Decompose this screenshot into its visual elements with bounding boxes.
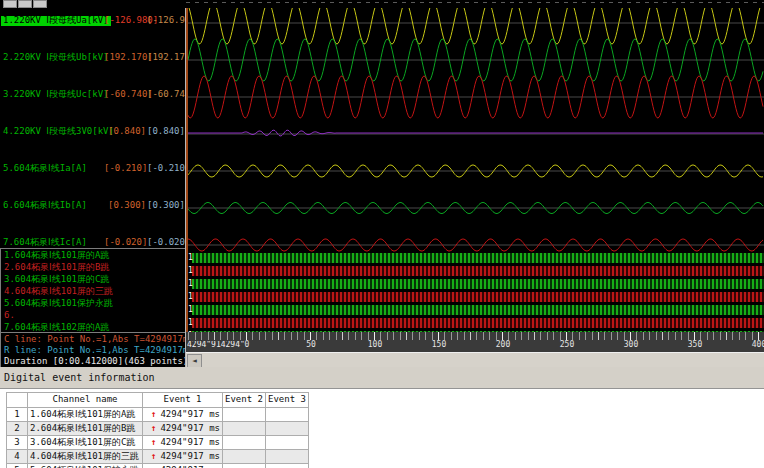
rising-edge-arrow-icon: ↑ [151, 409, 156, 419]
analog-channel-row[interactable]: 6.604柘泉Ⅰ线Ib[A][0.300][0.300] [0, 201, 185, 214]
digital-channel-row[interactable]: 4.604柘泉Ⅰ线101屏的三跳 [1, 286, 183, 298]
waveform-area[interactable]: 1111111 [186, 8, 764, 332]
event-channel-name: 5.604柘泉Ⅰ线101保护永跳 [28, 464, 143, 468]
rising-edge-arrow-icon: ↑ [151, 465, 156, 468]
digital-channel-label[interactable]: 5.604柘泉Ⅰ线101保护永跳 [4, 299, 113, 309]
section-bar: Digital event information [0, 367, 764, 388]
digital-channel-label[interactable]: 1.604柘泉Ⅰ线101屏的A跳 [4, 251, 109, 261]
waveform-trace [188, 130, 763, 136]
r-cursor-value: [-60.740] [147, 90, 184, 100]
digital-channel-label[interactable]: 6. [4, 311, 15, 321]
event2-cell [223, 422, 266, 436]
ruler-tick-label: 100 [362, 341, 388, 350]
r-line-status: R line: Point No.=1,Abs T=4294917ms, Rel… [4, 346, 186, 356]
digital-trace-bar [192, 331, 764, 332]
ruler-tick-label: 200 [490, 341, 516, 350]
analog-channel-label[interactable]: 1.220KV Ⅰ段母线Ua[kV] [1, 16, 111, 26]
table-header-index [7, 393, 28, 408]
event3-cell [265, 450, 308, 464]
analog-channel-row[interactable]: 4.220KV Ⅰ段母线3V0[kV][0.840][0.840] [0, 127, 185, 140]
row-number: 2 [7, 422, 28, 436]
digital-trace-bar [192, 305, 764, 315]
digital-trace-bar [192, 292, 764, 302]
event1-cell: ↑4294"917 ms [143, 436, 223, 450]
c-cursor-value: [-0.020] [104, 238, 146, 248]
table-row[interactable]: 33.604柘泉Ⅰ线101屏的C跳↑4294"917 ms [7, 436, 309, 450]
ruler-tick-label: 300 [618, 341, 644, 350]
table-header-event-2: Event 2 [223, 393, 266, 408]
event3-cell [265, 464, 308, 468]
event1-time: 4294"917 ms [160, 451, 220, 461]
table-header-event-1: Event 1 [143, 393, 223, 408]
r-cursor-value: [-0.210] [147, 164, 184, 174]
digital-state-value: 1 [188, 267, 196, 276]
event1-cell: ↑4294"917 ms [143, 464, 223, 468]
row-number: 3 [7, 436, 28, 450]
digital-trace-bar [192, 253, 764, 263]
ruler-ticks [186, 332, 764, 340]
table-row[interactable]: 44.604柘泉Ⅰ线101屏的三跳↑4294"917 ms [7, 450, 309, 464]
duration-status: Duration [0:00.412000](463 points) [4, 357, 186, 367]
table-row[interactable]: 55.604柘泉Ⅰ线101保护永跳↑4294"917 ms [7, 464, 309, 468]
section-title: Digital event information [4, 372, 155, 383]
cursor-status-box: C line: Point No.=1,Abs T=4294917ms, Rel… [0, 332, 186, 367]
event2-cell [223, 450, 266, 464]
digital-channel-row[interactable]: 3.604柘泉Ⅰ线101屏的C跳 [1, 274, 183, 286]
event-channel-name: 3.604柘泉Ⅰ线101屏的C跳 [28, 436, 143, 450]
digital-trace-bar [192, 318, 764, 328]
rising-edge-arrow-icon: ↑ [151, 423, 156, 433]
table-row[interactable]: 11.604柘泉Ⅰ线101屏的A跳↑4294"917 ms [7, 408, 309, 422]
event-channel-name: 2.604柘泉Ⅰ线101屏的B跳 [28, 422, 143, 436]
toolbar-button[interactable] [18, 0, 32, 8]
event-channel-name: 4.604柘泉Ⅰ线101屏的三跳 [28, 450, 143, 464]
toolbar-button[interactable] [33, 0, 47, 8]
analog-channel-label[interactable]: 7.604柘泉Ⅰ线Ic[A] [3, 238, 87, 248]
digital-channel-label[interactable]: 4.604柘泉Ⅰ线101屏的三跳 [4, 287, 113, 297]
cursor-line[interactable] [186, 8, 188, 332]
table-row[interactable]: 22.604柘泉Ⅰ线101屏的B跳↑4294"917 ms [7, 422, 309, 436]
analog-channel-label[interactable]: 6.604柘泉Ⅰ线Ib[A] [3, 201, 87, 211]
digital-state-value: 1 [188, 319, 196, 328]
analog-channel-label[interactable]: 2.220KV Ⅰ段母线Ub[kV] [3, 53, 109, 63]
toolbar-button[interactable] [3, 0, 17, 8]
analog-channel-label[interactable]: 5.604柘泉Ⅰ线Ia[A] [3, 164, 87, 174]
event2-cell [223, 408, 266, 422]
analog-channel-row[interactable]: 2.220KV Ⅰ段母线Ub[kV][192.170][192.170] [0, 53, 185, 66]
scrollbar-left-arrow-icon[interactable]: ◄ [187, 354, 202, 368]
horizontal-scrollbar[interactable]: ◄ [186, 352, 764, 368]
analog-channel-label[interactable]: 3.220KV Ⅰ段母线Uc[kV] [3, 90, 109, 100]
time-ruler[interactable]: 4294"914294"950 050100150200250300350400 [186, 332, 764, 352]
digital-event-table: Channel nameEvent 1Event 2Event 3 11.604… [6, 392, 309, 468]
c-cursor-value: [0.300] [104, 201, 146, 211]
ruler-tick-label: 400 [746, 341, 764, 350]
digital-state-value: 1 [188, 293, 196, 302]
channel-info-panel: 1.220KV Ⅰ段母线Ua[kV][-126.980][-126.980]2.… [0, 8, 186, 367]
ruler-tick-label: 350 [682, 341, 708, 350]
event2-cell [223, 464, 266, 468]
digital-channel-row[interactable]: 6. [1, 310, 183, 322]
waveform-analyzer-window: 1.220KV Ⅰ段母线Ua[kV][-126.980][-126.980]2.… [0, 0, 764, 468]
digital-channel-label[interactable]: 2.604柘泉Ⅰ线101屏的B跳 [4, 263, 109, 273]
digital-state-value: 1 [188, 280, 196, 289]
digital-channel-row[interactable]: 5.604柘泉Ⅰ线101保护永跳 [1, 298, 183, 310]
digital-channel-list: 1.604柘泉Ⅰ线101屏的A跳2.604柘泉Ⅰ线101屏的B跳3.604柘泉Ⅰ… [0, 248, 186, 333]
ruler-tick-label: 0 [234, 341, 260, 350]
r-cursor-value: [0.300] [147, 201, 184, 211]
event1-time: 4294"917 ms [160, 437, 220, 447]
digital-channel-row[interactable]: 2.604柘泉Ⅰ线101屏的B跳 [1, 262, 183, 274]
r-cursor-value: [-126.980] [147, 16, 184, 26]
analog-channel-row[interactable]: 5.604柘泉Ⅰ线Ia[A][-0.210][-0.210] [0, 164, 185, 177]
ruler-tick-label: 150 [426, 341, 452, 350]
rising-edge-arrow-icon: ↑ [151, 451, 156, 461]
analog-channel-row[interactable]: 1.220KV Ⅰ段母线Ua[kV][-126.980][-126.980] [0, 16, 185, 29]
analog-channel-label[interactable]: 4.220KV Ⅰ段母线3V0[kV] [3, 127, 114, 137]
digital-channel-row[interactable]: 1.604柘泉Ⅰ线101屏的A跳 [1, 250, 183, 262]
digital-event-table-zone: Channel nameEvent 1Event 2Event 3 11.604… [0, 388, 764, 468]
rising-edge-arrow-icon: ↑ [151, 437, 156, 447]
c-cursor-value: [0.840] [104, 127, 146, 137]
digital-channel-label[interactable]: 3.604柘泉Ⅰ线101屏的C跳 [4, 275, 109, 285]
ruler-tick-label: 50 [298, 341, 324, 350]
r-cursor-value: [0.840] [147, 127, 184, 137]
analog-channel-row[interactable]: 3.220KV Ⅰ段母线Uc[kV][-60.740][-60.740] [0, 90, 185, 103]
row-number: 4 [7, 450, 28, 464]
